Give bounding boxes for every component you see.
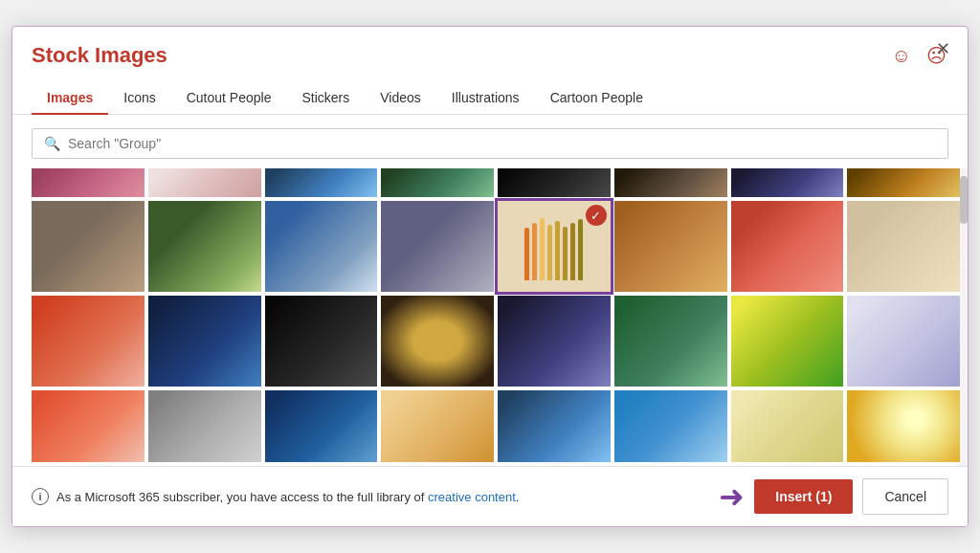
image-item[interactable] xyxy=(498,390,611,462)
dialog-header: Stock Images ☺ ☹ xyxy=(12,27,968,69)
selection-checkmark: ✓ xyxy=(586,205,607,226)
image-item[interactable] xyxy=(381,201,494,292)
footer-info: i As a Microsoft 365 subscriber, you hav… xyxy=(32,488,519,505)
image-item[interactable] xyxy=(265,296,378,387)
close-button[interactable]: ✕ xyxy=(930,36,956,61)
cancel-button[interactable]: Cancel xyxy=(862,478,948,515)
image-item[interactable] xyxy=(847,390,960,462)
image-item[interactable] xyxy=(381,296,494,387)
image-item[interactable] xyxy=(148,296,261,387)
search-bar: 🔍 xyxy=(32,128,948,159)
image-item[interactable] xyxy=(32,201,145,292)
image-item[interactable] xyxy=(498,168,611,197)
dialog-title: Stock Images xyxy=(32,43,167,68)
tab-icons[interactable]: Icons xyxy=(108,82,170,115)
image-item[interactable] xyxy=(731,390,844,462)
tab-cutout-people[interactable]: Cutout People xyxy=(171,82,287,115)
image-item[interactable] xyxy=(614,201,727,292)
creative-content-link[interactable]: creative content xyxy=(428,490,516,504)
tab-images[interactable]: Images xyxy=(32,82,108,115)
search-icon: 🔍 xyxy=(44,136,60,151)
image-item[interactable] xyxy=(381,168,494,197)
tab-stickers[interactable]: Stickers xyxy=(286,82,365,115)
image-item[interactable] xyxy=(731,168,844,197)
image-item[interactable] xyxy=(498,296,611,387)
scrollbar-track xyxy=(960,168,968,466)
scrollbar-thumb[interactable] xyxy=(960,176,968,224)
image-item-selected[interactable]: ✓ xyxy=(498,201,611,292)
happy-feedback-button[interactable]: ☺ xyxy=(890,43,913,69)
image-item[interactable] xyxy=(148,390,261,462)
image-grid-container: ✓ xyxy=(12,168,968,466)
image-item[interactable] xyxy=(148,201,261,292)
image-item[interactable] xyxy=(614,296,727,387)
tab-illustrations[interactable]: Illustrations xyxy=(436,82,535,115)
footer: i As a Microsoft 365 subscriber, you hav… xyxy=(12,466,968,526)
insert-button[interactable]: Insert (1) xyxy=(754,479,853,514)
footer-text: As a Microsoft 365 subscriber, you have … xyxy=(56,490,519,504)
image-item[interactable] xyxy=(731,201,844,292)
search-input[interactable] xyxy=(68,136,936,151)
image-item[interactable] xyxy=(32,390,145,462)
image-item[interactable] xyxy=(381,390,494,462)
image-item[interactable] xyxy=(847,168,960,197)
info-icon: i xyxy=(32,488,49,505)
image-item[interactable] xyxy=(265,390,378,462)
tab-cartoon-people[interactable]: Cartoon People xyxy=(535,82,658,115)
arrow-indicator: ➜ xyxy=(719,481,745,512)
stock-images-dialog: ✕ Stock Images ☺ ☹ Images Icons Cutout P… xyxy=(11,26,969,527)
image-item[interactable] xyxy=(614,390,727,462)
footer-actions: ➜ Insert (1) Cancel xyxy=(719,478,948,515)
image-item[interactable] xyxy=(847,296,960,387)
image-item[interactable] xyxy=(148,168,261,197)
image-item[interactable] xyxy=(32,168,145,197)
image-item[interactable] xyxy=(847,201,960,292)
image-item[interactable] xyxy=(265,168,378,197)
image-item[interactable] xyxy=(32,296,145,387)
image-item[interactable] xyxy=(614,168,727,197)
image-item[interactable] xyxy=(731,296,844,387)
tab-bar: Images Icons Cutout People Stickers Vide… xyxy=(12,69,968,115)
tab-videos[interactable]: Videos xyxy=(365,82,436,115)
image-item[interactable] xyxy=(265,201,378,292)
